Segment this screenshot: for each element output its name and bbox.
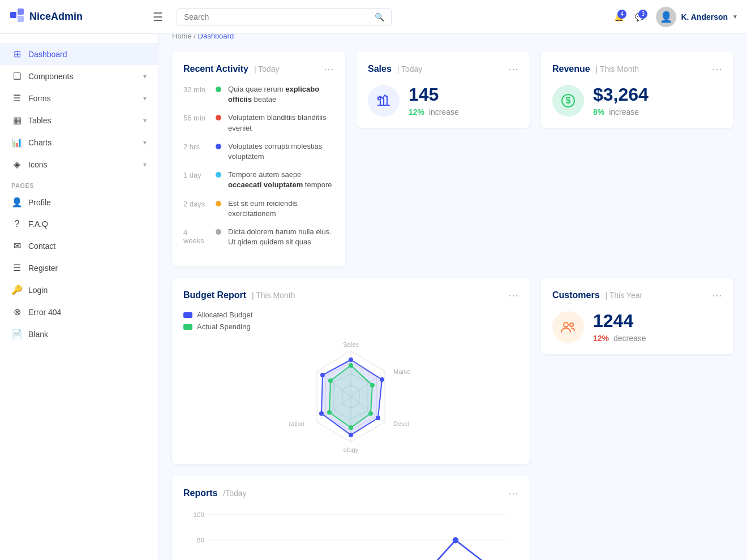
pages-section-title: PAGES (0, 175, 158, 191)
list-item: 56 min Voluptatem blanditiis blanditiis … (183, 113, 334, 133)
revenue-dots-menu[interactable]: ⋯ (712, 63, 722, 75)
sidebar-item-register[interactable]: ☰ Register (0, 257, 158, 279)
recent-activity-subtitle: | Today (254, 64, 280, 74)
revenue-card-title: Revenue | This Month (552, 64, 639, 74)
chevron-right-icon: ▾ (143, 117, 147, 124)
activity-dot (216, 201, 221, 206)
notifications-button[interactable]: 🔔 4 (614, 12, 624, 21)
reports-title-group: Reports /Today (183, 488, 247, 498)
sidebar: ⊞ Dashboard ❏ Components ▾ ☰ Forms ▾ ▦ T… (0, 34, 158, 560)
sidebar-item-label: Dashboard (28, 50, 147, 59)
revenue-change: 8% increase (593, 107, 649, 117)
login-icon: 🔑 (11, 285, 23, 295)
sales-dots-menu[interactable]: ⋯ (508, 63, 518, 75)
sidebar-item-icons[interactable]: ◈ Icons ▾ (0, 153, 158, 175)
legend-label-actual: Actual Spending (197, 322, 251, 331)
radar-label-devel: Devel (393, 420, 409, 427)
top-cards-row: Sales | Today ⋯ 145 12% in (172, 51, 733, 266)
legend-item-actual: Actual Spending (183, 322, 518, 331)
sidebar-item-label: Tables (28, 116, 138, 125)
sidebar-item-dashboard[interactable]: ⊞ Dashboard (0, 43, 158, 65)
search-icon: 🔍 (375, 12, 384, 21)
sidebar-item-label: Icons (28, 160, 138, 169)
list-item: 32 min Quia quae rerum explicabo officii… (183, 84, 334, 105)
activity-text: Quia quae rerum explicabo officiis beata… (228, 84, 334, 105)
svg-point-25 (368, 411, 373, 416)
sidebar-item-label: Register (28, 264, 147, 273)
search-input[interactable] (184, 12, 370, 21)
radar-label-sales: Sales (343, 341, 359, 348)
svg-text:$: $ (566, 96, 571, 105)
sidebar-item-components[interactable]: ❏ Components ▾ (0, 65, 158, 87)
header: NiceAdmin ☰ 🔍 🔔 4 💬 3 👤 K. Anderson ▼ (0, 0, 747, 34)
svg-point-22 (320, 373, 325, 377)
sales-pct: 12% (409, 107, 424, 117)
faq-icon: ? (11, 219, 23, 229)
sidebar-item-label: Forms (28, 94, 138, 103)
icons-icon: ◈ (11, 159, 23, 170)
chevron-right-icon: ▾ (143, 161, 147, 169)
activity-text: Voluptates corrupti molestias voluptatem (228, 141, 334, 162)
list-item: 2 days Est sit eum reiciendis exercitati… (183, 199, 334, 219)
svg-point-27 (327, 410, 332, 415)
sidebar-item-profile[interactable]: 👤 Profile (0, 191, 158, 213)
reports-dots-menu[interactable]: ⋯ (508, 487, 518, 499)
sidebar-item-error404[interactable]: ⊗ Error 404 (0, 301, 158, 323)
recent-activity-card: Recent Activity | Today ⋯ 32 min Quia qu… (172, 51, 345, 266)
svg-point-18 (380, 377, 384, 382)
list-item: 4 weeks Dicta dolorem harum nulla eius. … (183, 227, 334, 247)
revenue-change-label: increase (609, 107, 639, 117)
svg-point-20 (349, 433, 353, 437)
header-right: 🔔 4 💬 3 👤 K. Anderson ▼ (614, 7, 738, 27)
customers-dots-menu[interactable]: ⋯ (712, 289, 722, 301)
customers-value: 1244 (593, 311, 646, 331)
chevron-right-icon: ▾ (143, 139, 147, 147)
sidebar-item-blank[interactable]: 📄 Blank (0, 323, 158, 345)
revenue-value: $3,264 (593, 84, 649, 105)
sidebar-item-charts[interactable]: 📊 Charts ▾ (0, 131, 158, 153)
messages-button[interactable]: 💬 3 (635, 12, 645, 21)
recent-activity-dots-menu[interactable]: ⋯ (324, 63, 334, 75)
sidebar-item-login[interactable]: 🔑 Login (0, 279, 158, 301)
radar-label-ration: ration (289, 420, 304, 427)
search-bar[interactable]: 🔍 (177, 8, 392, 25)
budget-title: Budget Report (183, 290, 246, 300)
svg-point-17 (349, 357, 353, 362)
revenue-stat-info: $3,264 8% increase (593, 84, 649, 117)
sales-card-header: Sales | Today ⋯ (368, 63, 518, 75)
reports-subtitle: /Today (223, 489, 246, 498)
reports-card: Reports /Today ⋯ 100 80 60 (172, 476, 530, 560)
activity-time: 56 min (183, 113, 209, 122)
activity-dot (216, 87, 221, 92)
contact-icon: ✉ (11, 240, 23, 251)
revenue-title: Revenue (552, 64, 590, 74)
sidebar-item-faq[interactable]: ? F.A.Q (0, 213, 158, 235)
recent-activity-title-group: Recent Activity | Today (183, 64, 280, 74)
sidebar-item-label: Charts (28, 138, 138, 147)
list-item: 1 day Tempore autem saepe occaecati volu… (183, 170, 334, 190)
customers-stat-row: 1244 12% decrease (552, 311, 722, 343)
customers-change-label: decrease (613, 334, 646, 343)
revenue-icon-circle: $ (552, 85, 584, 117)
sidebar-item-tables[interactable]: ▦ Tables ▾ (0, 109, 158, 131)
budget-dots-menu[interactable]: ⋯ (508, 289, 518, 301)
sales-stat-row: 145 12% increase (368, 84, 518, 117)
radar-chart-area: Sales Marke Devel ology ration (183, 340, 518, 453)
sales-icon-circle (368, 85, 400, 117)
budget-card-header: Budget Report | This Month ⋯ (183, 289, 518, 301)
customers-title: Customers (552, 290, 600, 300)
budget-card-title-group: Budget Report | This Month (183, 290, 295, 300)
main-content: Dashboard Home / Dashboard Sales | Today… (158, 0, 747, 560)
hamburger-button[interactable]: ☰ (148, 8, 168, 26)
sales-card-title: Sales | Today (368, 64, 422, 74)
customers-change: 12% decrease (593, 334, 646, 343)
sidebar-item-contact[interactable]: ✉ Contact (0, 235, 158, 257)
revenue-card: Revenue | This Month ⋯ $ $3,264 8% incre (541, 51, 733, 128)
svg-rect-2 (18, 16, 24, 22)
tables-icon: ▦ (11, 115, 23, 126)
activity-dot (216, 229, 221, 235)
error-icon: ⊗ (11, 307, 23, 317)
user-menu[interactable]: 👤 K. Anderson ▼ (656, 7, 738, 27)
svg-point-26 (349, 425, 353, 430)
sidebar-item-forms[interactable]: ☰ Forms ▾ (0, 87, 158, 109)
